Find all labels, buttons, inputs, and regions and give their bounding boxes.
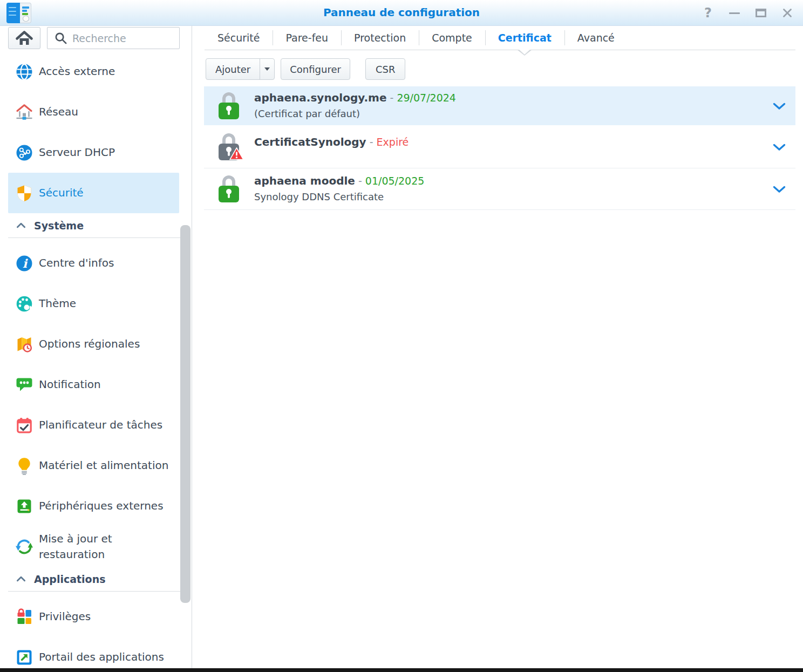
info-icon: i	[15, 254, 33, 273]
sidebar-item-acces-externe[interactable]: Accès externe	[0, 51, 183, 92]
minimize-button[interactable]	[729, 7, 740, 19]
close-icon	[782, 8, 793, 18]
home-icon	[13, 28, 35, 49]
sidebar-item-options-regionales[interactable]: Options régionales	[0, 324, 183, 364]
close-button[interactable]	[781, 7, 793, 19]
sidebar-item-label: Privilèges	[39, 609, 91, 625]
certificate-list: aphaena.synology.me - 29/07/2024(Certifi…	[204, 86, 795, 210]
sidebar-item-label: Réseau	[39, 104, 78, 120]
window-title: Panneau de configuration	[0, 0, 803, 26]
certificate-row-aphaena-synology-me[interactable]: aphaena.synology.me - 29/07/2024(Certifi…	[204, 86, 795, 125]
sidebar: Accès externeRéseauServeur DHCPSécuritéS…	[0, 26, 192, 668]
chevron-down-icon[interactable]	[773, 185, 786, 195]
sidebar-item-planificateur-de-taches[interactable]: Planificateur de tâches	[0, 405, 183, 445]
external-devices-icon	[15, 497, 33, 515]
scrollbar-thumb[interactable]	[180, 225, 190, 603]
section-label: Système	[34, 220, 84, 232]
regional-options-icon	[15, 335, 33, 354]
add-button-label: Ajouter	[206, 59, 260, 79]
dhcp-server-icon	[15, 144, 33, 162]
sidebar-item-materiel-et-alimentation[interactable]: Matériel et alimentation	[0, 445, 183, 486]
configure-button[interactable]: Configurer	[281, 58, 350, 80]
sidebar-section-systeme[interactable]: Système	[8, 213, 182, 238]
certificate-status-expired: Expiré	[377, 136, 409, 148]
titlebar: Panneau de configuration ?	[0, 0, 803, 26]
sidebar-item-peripheriques-externes[interactable]: Périphériques externes	[0, 486, 183, 526]
sidebar-item-privileges[interactable]: Privilèges	[0, 596, 183, 637]
sidebar-item-label: Planificateur de tâches	[39, 417, 162, 433]
sidebar-item-theme[interactable]: Thème	[0, 283, 183, 324]
caret-down-icon	[264, 67, 270, 71]
certificate-row-certificatsynology[interactable]: CertificatSynology - Expiré	[204, 125, 795, 168]
lock-expired-icon	[219, 133, 239, 160]
search-icon	[54, 31, 67, 45]
security-shield-icon	[15, 184, 33, 202]
dash-separator: -	[366, 136, 377, 148]
search-box	[47, 27, 180, 49]
section-label: Applications	[34, 573, 106, 585]
hardware-power-icon	[15, 457, 33, 475]
sidebar-nav: Accès externeRéseauServeur DHCPSécuritéS…	[0, 51, 183, 668]
sidebar-item-reseau[interactable]: Réseau	[0, 92, 183, 132]
sidebar-item-serveur-dhcp[interactable]: Serveur DHCP	[0, 132, 183, 173]
chevron-up-icon	[16, 222, 26, 228]
certificate-subtitle: (Certificat par défaut)	[254, 106, 456, 121]
chevron-down-icon[interactable]	[773, 143, 786, 153]
privileges-icon	[15, 608, 33, 626]
notification-bubble-icon	[15, 376, 33, 394]
help-button[interactable]: ?	[702, 7, 714, 19]
certificate-expiry-date: 01/05/2025	[365, 175, 425, 187]
sidebar-item-label: Options régionales	[39, 336, 140, 352]
chevron-down-icon[interactable]	[773, 102, 786, 112]
csr-button[interactable]: CSR	[365, 58, 406, 80]
maximize-button[interactable]	[755, 7, 767, 19]
active-tab-notch	[517, 50, 532, 56]
application-portal-icon	[15, 648, 33, 667]
sidebar-item-mise-a-jour-et-restauration[interactable]: Mise à jour etrestauration	[0, 526, 183, 567]
tab-pare-feu[interactable]: Pare-feu	[273, 26, 341, 50]
tab-bar: SécuritéPare-feuProtectionCompteCertific…	[205, 26, 628, 50]
task-scheduler-icon	[15, 416, 33, 435]
tab-avance[interactable]: Avancé	[564, 26, 628, 50]
tab-securite[interactable]: Sécurité	[205, 26, 273, 50]
certificate-name: aphaena moodle	[254, 174, 355, 187]
sidebar-item-label: Notification	[39, 377, 101, 392]
chevron-up-icon	[16, 576, 26, 582]
sidebar-item-portail-des-applications[interactable]: Portail des applications	[0, 637, 183, 668]
sidebar-scrollbar[interactable]	[180, 26, 190, 668]
certificate-name: CertificatSynology	[254, 135, 366, 148]
globe-icon	[15, 63, 33, 81]
certificate-subtitle: Synology DDNS Certificate	[254, 189, 424, 205]
dash-separator: -	[386, 92, 397, 104]
sidebar-item-label: Portail des applications	[39, 649, 164, 665]
dash-separator: -	[355, 175, 365, 187]
certificate-row-aphaena-moodle[interactable]: aphaena moodle - 01/05/2025Synology DDNS…	[204, 168, 795, 210]
main-panel: SécuritéPare-feuProtectionCompteCertific…	[193, 26, 803, 668]
sidebar-item-label: Périphériques externes	[39, 498, 164, 514]
sidebar-item-centre-d-infos[interactable]: iCentre d'infos	[0, 243, 183, 283]
sidebar-item-label: Thème	[39, 296, 76, 311]
tab-certificat[interactable]: Certificat	[485, 26, 564, 50]
certificate-expiry-date: 29/07/2024	[397, 92, 456, 104]
sidebar-item-label: Centre d'infos	[39, 255, 114, 271]
sidebar-item-label: Sécurité	[39, 185, 84, 201]
lock-valid-icon	[219, 175, 239, 202]
update-restore-icon	[15, 538, 33, 556]
certificate-name: aphaena.synology.me	[254, 91, 386, 104]
sidebar-item-securite[interactable]: Sécurité	[8, 173, 179, 213]
home-button[interactable]	[8, 27, 40, 49]
sidebar-item-label: Accès externe	[39, 64, 115, 79]
sidebar-item-notification[interactable]: Notification	[0, 364, 183, 405]
add-dropdown-arrow[interactable]	[260, 59, 274, 79]
sidebar-item-label: Matériel et alimentation	[39, 458, 168, 473]
search-input[interactable]	[67, 28, 192, 49]
tab-protection[interactable]: Protection	[341, 26, 419, 50]
window-bottom-edge	[0, 668, 803, 672]
add-button[interactable]: Ajouter	[206, 58, 275, 80]
sidebar-item-label: Mise à jour etrestauration	[39, 531, 112, 562]
tab-compte[interactable]: Compte	[419, 26, 485, 50]
sidebar-section-applications[interactable]: Applications	[8, 567, 182, 592]
tab-separator-line	[205, 50, 795, 50]
control-panel-window: Panneau de configuration ? Accès externe…	[0, 0, 803, 672]
theme-palette-icon	[15, 295, 33, 313]
